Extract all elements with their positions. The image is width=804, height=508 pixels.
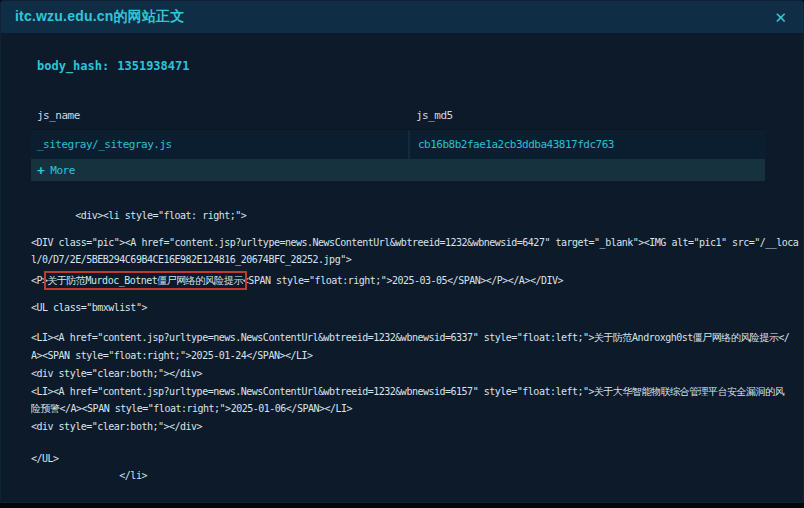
js-table: js_name js_md5 _sitegray/_sitegray.js cb… xyxy=(31,101,765,181)
code-line: <div><li style="float: right;"> xyxy=(31,207,804,224)
code-p-suffix: <SPAN style="float:right;">2025-03-05</S… xyxy=(243,275,563,286)
more-button[interactable]: + More xyxy=(31,159,765,181)
webpage-body-modal: itc.wzu.edu.cn的网站正文 ✕ body_hash:13519384… xyxy=(0,0,804,503)
code-line-highlighted: <P>关于防范Murdoc_Botnet僵尸网络的风险提示<SPAN style… xyxy=(31,272,804,289)
plus-icon: + xyxy=(37,163,44,178)
column-header-js-md5: js_md5 xyxy=(408,101,765,129)
js-table-header: js_name js_md5 xyxy=(31,101,765,129)
js-name-link[interactable]: _sitegray/_sitegray.js xyxy=(37,138,172,151)
code-line: l/0/D7/2E/5BEB294C69B4CE16E982E124816_20… xyxy=(31,251,804,268)
modal-header: itc.wzu.edu.cn的网站正文 ✕ xyxy=(1,1,803,33)
column-header-js-name: js_name xyxy=(31,101,408,129)
red-annotation-box: 关于防范Murdoc_Botnet僵尸网络的风险提示 xyxy=(48,275,243,286)
code-line: <div style="clear:both;"></div> xyxy=(31,418,804,435)
html-source-block: <div><li style="float: right;"> <DIV cla… xyxy=(31,207,804,484)
more-button-label: More xyxy=(50,164,75,177)
code-line: 险预警</A><SPAN style="float:right;">2025-0… xyxy=(31,400,804,417)
code-line: </UL> xyxy=(31,450,804,467)
body-hash-label: body_hash: xyxy=(37,59,109,73)
code-line: <LI><A href="content.jsp?urltype=news.Ne… xyxy=(31,383,804,400)
body-hash-value: 1351938471 xyxy=(117,59,189,73)
modal-content: body_hash:1351938471 js_name js_md5 _sit… xyxy=(1,33,803,484)
close-icon[interactable]: ✕ xyxy=(774,10,787,25)
js-md5-link[interactable]: cb16b8b2fae1a2cb3ddba43817fdc763 xyxy=(418,138,614,151)
js-name-cell[interactable]: _sitegray/_sitegray.js xyxy=(31,130,408,159)
code-line: </li> xyxy=(31,467,804,484)
code-line: A><SPAN style="float:right;">2025-01-24<… xyxy=(31,347,804,364)
body-hash-row: body_hash:1351938471 xyxy=(31,59,783,73)
modal-title: itc.wzu.edu.cn的网站正文 xyxy=(15,8,184,26)
code-line: <DIV class="pic"><A href="content.jsp?ur… xyxy=(31,234,804,251)
code-p-prefix: <P> xyxy=(31,275,48,286)
js-md5-cell[interactable]: cb16b8b2fae1a2cb3ddba43817fdc763 xyxy=(408,130,765,159)
code-line: <LI><A href="content.jsp?urltype=news.Ne… xyxy=(31,329,804,346)
table-row: _sitegray/_sitegray.js cb16b8b2fae1a2cb3… xyxy=(31,129,765,159)
code-line: <div style="clear:both;"></div> xyxy=(31,365,804,382)
screen: itc.wzu.edu.cn的网站正文 ✕ body_hash:13519384… xyxy=(0,0,804,508)
code-line: <UL class="bmxwlist"> xyxy=(31,299,804,316)
page-backdrop xyxy=(0,503,804,508)
